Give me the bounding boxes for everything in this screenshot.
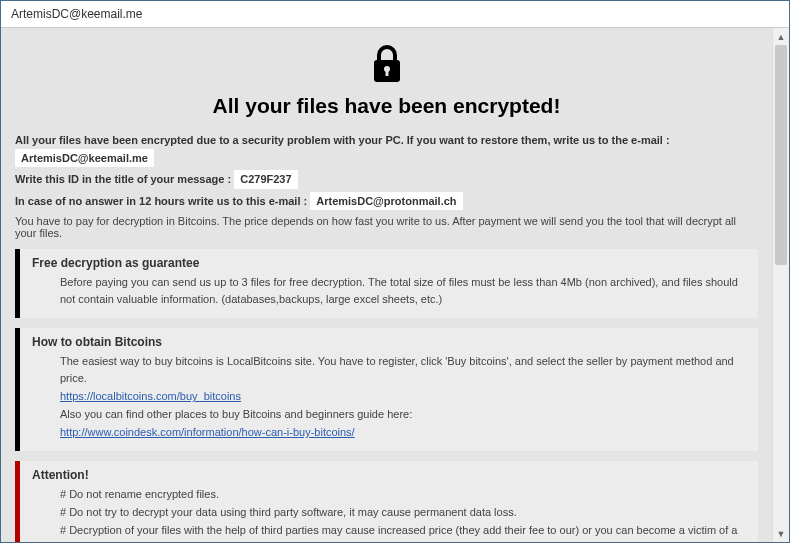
titlebar-text: ArtemisDC@keemail.me (11, 7, 143, 21)
content-wrap: All your files have been encrypted! All … (1, 28, 789, 542)
section-bitcoins-body: The easiest way to buy bitcoins is Local… (32, 353, 746, 441)
scroll-thumb[interactable] (775, 45, 787, 265)
bitcoins-text-2: Also you can find other places to buy Bi… (60, 406, 746, 423)
attention-item-2: # Do not try to decrypt your data using … (60, 504, 746, 521)
section-attention: Attention! # Do not rename encrypted fil… (15, 461, 758, 542)
message-id: C279F237 (234, 170, 297, 189)
section-bitcoins: How to obtain Bitcoins The easiest way t… (15, 328, 758, 451)
section-guarantee-body: Before paying you can send us up to 3 fi… (32, 274, 746, 308)
intro-line-3: In case of no answer in 12 hours write u… (15, 192, 758, 211)
svg-rect-2 (385, 70, 388, 76)
main-heading: All your files have been encrypted! (15, 94, 758, 118)
payment-info: You have to pay for decryption in Bitcoi… (15, 215, 758, 239)
link-coindesk[interactable]: http://www.coindesk.com/information/how-… (60, 426, 355, 438)
attention-item-1: # Do not rename encrypted files. (60, 486, 746, 503)
intro-text-3: In case of no answer in 12 hours write u… (15, 195, 307, 207)
lock-icon (370, 44, 404, 86)
content-area: All your files have been encrypted! All … (1, 28, 772, 542)
intro-text-2: Write this ID in the title of your messa… (15, 173, 231, 185)
vertical-scrollbar[interactable]: ▲ ▼ (772, 28, 789, 542)
section-guarantee-title: Free decryption as guarantee (32, 256, 746, 270)
section-attention-body: # Do not rename encrypted files. # Do no… (32, 486, 746, 542)
lock-wrap (15, 44, 758, 86)
intro-line-2: Write this ID in the title of your messa… (15, 170, 758, 189)
link-localbitcoins[interactable]: https://localbitcoins.com/buy_bitcoins (60, 390, 241, 402)
intro-text-1: All your files have been encrypted due t… (15, 134, 670, 146)
scroll-down-arrow-icon[interactable]: ▼ (773, 525, 789, 542)
titlebar: ArtemisDC@keemail.me (1, 1, 789, 28)
section-attention-title: Attention! (32, 468, 746, 482)
intro-line-1: All your files have been encrypted due t… (15, 132, 758, 167)
section-bitcoins-title: How to obtain Bitcoins (32, 335, 746, 349)
attention-item-3: # Decryption of your files with the help… (60, 522, 746, 542)
guarantee-text: Before paying you can send us up to 3 fi… (60, 274, 746, 308)
bitcoins-text-1: The easiest way to buy bitcoins is Local… (60, 353, 746, 387)
ransom-window: ArtemisDC@keemail.me All your files have… (0, 0, 790, 543)
email-primary: ArtemisDC@keemail.me (15, 149, 154, 168)
scroll-up-arrow-icon[interactable]: ▲ (773, 28, 789, 45)
section-guarantee: Free decryption as guarantee Before payi… (15, 249, 758, 318)
email-secondary: ArtemisDC@protonmail.ch (310, 192, 462, 211)
